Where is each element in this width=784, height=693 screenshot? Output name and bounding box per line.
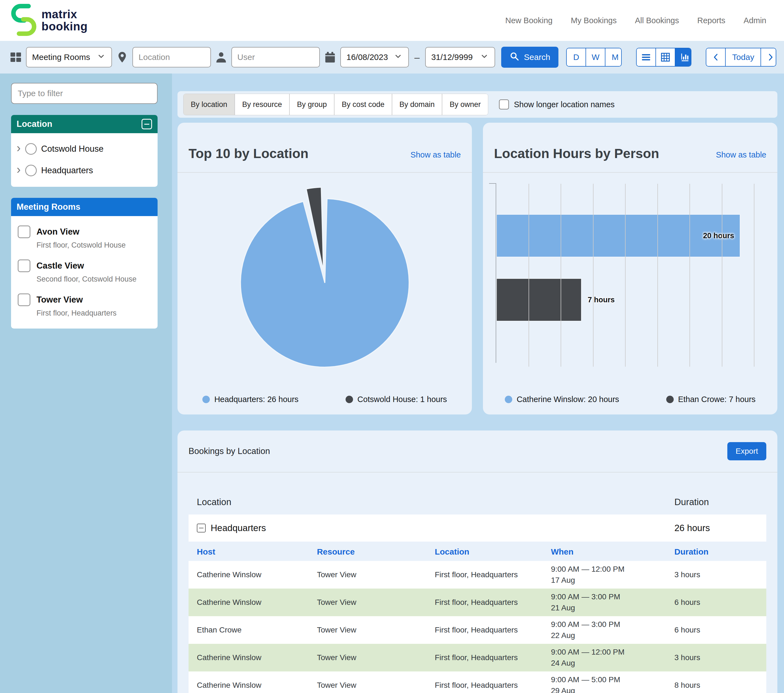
user-input[interactable] [237,53,314,62]
when-date: 22 Aug [551,630,675,641]
cell-resource: Tower View [317,653,435,662]
nav-all-bookings[interactable]: All Bookings [635,16,679,25]
when-time: 9:00 AM — 12:00 PM [551,564,675,575]
tab-by-location[interactable]: By location [184,94,235,115]
filter-field-wrap [11,83,158,104]
today-button[interactable]: Today [726,48,761,66]
cell-location: First floor, Headquarters [435,598,551,607]
date-from-select[interactable]: 16/08/2023 [340,47,409,67]
room-checkbox[interactable] [18,294,30,306]
cell-location: First floor, Headquarters [435,653,551,662]
nav-reports[interactable]: Reports [697,16,725,25]
location-panel-title: Location [16,119,52,129]
when-date: 21 Aug [551,603,675,613]
cell-when: 9:00 AM — 12:00 PM24 Aug [551,647,675,669]
tab-by-domain[interactable]: By domain [392,94,443,115]
collapse-panel-icon[interactable] [142,119,152,129]
search-button[interactable]: Search [501,47,558,68]
location-input[interactable] [138,53,204,62]
export-button[interactable]: Export [727,442,766,460]
date-to-select[interactable]: 31/12/9999 [425,47,495,67]
location-panel-header: Location [11,115,158,133]
pie-chart-title: Top 10 by Location [189,146,308,161]
date-to-value: 31/12/9999 [431,53,473,62]
chevron-down-icon [97,52,106,62]
collapse-group-icon[interactable] [197,524,206,532]
bar-legend: Catherine Winslow: 20 hoursEthan Crowe: … [483,391,777,414]
show-longer-names-checkbox[interactable] [499,100,509,109]
sort-column-host[interactable]: Host [197,547,317,557]
cell-duration: 8 hours [675,681,758,690]
location-radio[interactable] [25,165,37,176]
filter-input[interactable] [18,89,151,98]
bar-catherine-winslow: 20 hours [496,214,740,257]
sort-column-resource[interactable]: Resource [317,547,435,557]
tab-by-group[interactable]: By group [290,94,334,115]
bar-show-as-table-link[interactable]: Show as table [716,150,766,161]
logo-link[interactable]: matrix booking [11,2,87,39]
room-item-castle-view[interactable]: Castle ViewSecond floor, Cotswold House [11,255,158,289]
today-button-label: Today [732,53,754,62]
when-time: 9:00 AM — 12:00 PM [551,647,675,658]
next-period-button[interactable] [761,48,776,66]
gridline [722,184,722,367]
room-name: Castle View [36,261,84,271]
legend-dot [505,396,512,403]
tab-by-resource[interactable]: By resource [235,94,290,115]
nav-new-booking[interactable]: New Booking [506,16,553,25]
previous-period-button[interactable] [706,48,726,66]
location-tree: ›Cotswold House›Headquarters [11,133,158,187]
cell-duration: 6 hours [675,626,758,634]
cell-duration: 6 hours [675,598,758,607]
logo-word-2: booking [41,20,87,33]
location-tree-item-headquarters[interactable]: ›Headquarters [11,160,158,181]
cell-when: 9:00 AM — 3:00 PM21 Aug [551,591,675,613]
group-toggle[interactable]: Headquarters [197,523,675,533]
axis-tick [489,183,496,184]
bar-ethan-crowe [496,278,581,321]
resource-type-select[interactable]: Meeting Rooms [26,47,112,67]
bookings-card-title: Bookings by Location [189,446,270,456]
legend-item-cotswold-house: Cotswold House: 1 hours [346,395,447,404]
cell-location: First floor, Headquarters [435,626,551,634]
period-w-button[interactable]: W [586,48,605,66]
location-tree-item-cotswold-house[interactable]: ›Cotswold House [11,138,158,160]
legend-dot [346,396,353,403]
location-pin-icon [116,51,128,64]
tab-by-cost-code[interactable]: By cost code [334,94,392,115]
legend-item-catherine-winslow: Catherine Winslow: 20 hours [505,395,619,404]
list-view-button[interactable] [637,48,656,66]
room-item-tower-view[interactable]: Tower ViewFirst floor, Headquarters [11,289,158,323]
show-longer-names-toggle[interactable]: Show longer location names [499,100,614,109]
gridline [754,184,754,367]
pie-show-as-table-link[interactable]: Show as table [410,150,461,161]
location-radio[interactable] [25,143,37,155]
cell-duration: 3 hours [675,653,758,662]
chart-view-button[interactable] [675,48,692,66]
room-checkbox[interactable] [18,225,30,238]
nav-my-bookings[interactable]: My Bookings [571,16,617,25]
nav-admin[interactable]: Admin [744,16,766,25]
tab-by-owner[interactable]: By owner [442,94,488,115]
room-checkbox[interactable] [18,259,30,272]
sort-column-when[interactable]: When [551,547,675,557]
room-item-avon-view[interactable]: Avon ViewFirst floor, Cotswold House [11,221,158,255]
location-panel: Location ›Cotswold House›Headquarters [11,115,158,187]
cell-resource: Tower View [317,681,435,690]
cell-when: 9:00 AM — 3:00 PM22 Aug [551,619,675,641]
period-m-button[interactable]: M [605,48,621,66]
sort-column-duration[interactable]: Duration [675,547,758,557]
sort-column-location[interactable]: Location [435,547,551,557]
expand-chevron-icon[interactable]: › [16,163,21,176]
period-d-button[interactable]: D [567,48,586,66]
grid-view-button[interactable] [656,48,675,66]
location-group-row[interactable]: Headquarters 26 hours [189,514,766,542]
booking-row: Catherine WinslowTower ViewFirst floor, … [189,561,766,589]
room-name: Avon View [36,227,79,237]
logo-text: matrix booking [41,8,87,33]
matrix-booking-logo-icon [11,2,36,39]
expand-chevron-icon[interactable]: › [16,142,21,154]
report-tabs: By locationBy resourceBy groupBy cost co… [184,94,488,115]
app-header: matrix booking New BookingMy BookingsAll… [0,0,784,41]
bar-value-label: 20 hours [703,232,734,240]
